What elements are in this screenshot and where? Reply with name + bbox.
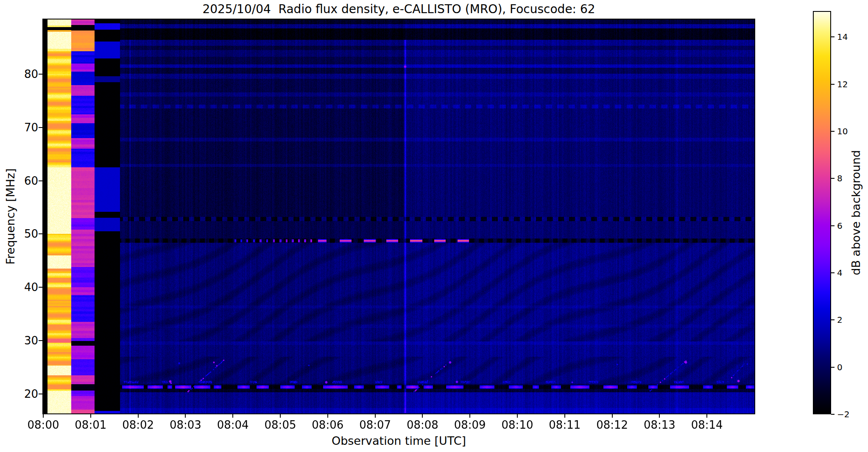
colorbar	[813, 11, 831, 414]
x-tick-mark	[185, 414, 186, 418]
colorbar-tick-label: 2	[837, 315, 843, 325]
x-tick-label: 08:07	[359, 419, 391, 431]
colorbar-tick-mark	[831, 319, 835, 320]
x-tick-mark	[232, 414, 233, 418]
y-tick-label: 30	[13, 334, 38, 347]
colorbar-tick-label: 0	[837, 362, 843, 372]
x-tick-label: 08:13	[644, 419, 675, 431]
y-tick-mark	[39, 127, 42, 128]
x-tick-label: 08:12	[596, 419, 628, 431]
colorbar-tick-mark	[831, 272, 835, 273]
figure: 2025/10/04 Radio flux density, e-CALLIST…	[0, 0, 868, 452]
x-tick-mark	[43, 414, 44, 418]
x-tick-mark	[659, 414, 660, 418]
x-tick-label: 08:03	[170, 419, 201, 431]
x-tick-mark	[706, 414, 707, 418]
colorbar-tick-mark	[831, 131, 835, 132]
x-tick-mark	[612, 414, 613, 418]
x-tick-label: 08:14	[691, 419, 723, 431]
x-tick-label: 08:11	[549, 419, 581, 431]
x-tick-label: 08:06	[312, 419, 343, 431]
x-tick-mark	[375, 414, 376, 418]
x-tick-label: 08:08	[407, 419, 438, 431]
x-tick-mark	[280, 414, 281, 418]
colorbar-tick-label: 10	[837, 126, 848, 136]
colorbar-tick-mark	[831, 225, 835, 226]
y-tick-mark	[39, 394, 42, 394]
y-tick-label: 20	[13, 388, 38, 400]
colorbar-tick-mark	[831, 367, 835, 368]
x-tick-label: 08:05	[265, 419, 296, 431]
colorbar-tick-label: 4	[837, 268, 843, 278]
x-tick-label: 08:00	[28, 419, 59, 431]
colorbar-tick-mark	[831, 84, 835, 85]
x-axis-label: Observation time [UTC]	[43, 434, 754, 447]
y-tick-label: 70	[13, 121, 38, 134]
colorbar-tick-label: 8	[837, 173, 843, 183]
x-tick-mark	[564, 414, 565, 418]
y-tick-label: 40	[13, 281, 38, 294]
spectrogram-canvas	[43, 19, 754, 413]
x-tick-mark	[90, 414, 91, 418]
y-tick-label: 50	[13, 227, 38, 240]
x-tick-mark	[327, 414, 328, 418]
colorbar-tick-label: 6	[837, 221, 843, 231]
colorbar-tick-mark	[831, 178, 835, 179]
colorbar-tick-label: 12	[837, 79, 848, 89]
x-tick-mark	[138, 414, 139, 418]
x-tick-label: 08:02	[122, 419, 154, 431]
colorbar-tick-label: −2	[837, 409, 849, 419]
x-tick-label: 08:09	[454, 419, 486, 431]
x-tick-label: 08:01	[75, 419, 106, 431]
x-tick-label: 08:04	[217, 419, 249, 431]
colorbar-label: dB above background	[849, 150, 862, 275]
y-tick-label: 60	[13, 175, 38, 187]
y-tick-mark	[39, 180, 42, 181]
x-tick-mark	[469, 414, 470, 418]
colorbar-tick-mark	[831, 36, 835, 37]
y-tick-mark	[39, 287, 42, 288]
x-tick-mark	[517, 414, 518, 418]
chart-title: 2025/10/04 Radio flux density, e-CALLIST…	[43, 2, 754, 16]
x-tick-mark	[422, 414, 423, 418]
y-tick-mark	[39, 340, 42, 341]
y-tick-mark	[39, 233, 42, 234]
x-tick-label: 08:10	[502, 419, 533, 431]
colorbar-tick-label: 14	[837, 32, 848, 42]
y-tick-mark	[39, 74, 42, 75]
y-tick-label: 80	[13, 68, 38, 80]
colorbar-tick-mark	[831, 414, 835, 415]
